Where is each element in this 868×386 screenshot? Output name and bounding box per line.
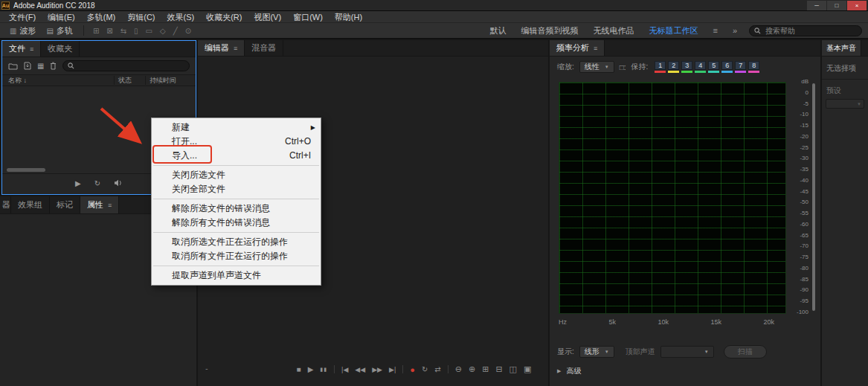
menu-item-open[interactable]: 打开... Ctrl+O bbox=[152, 135, 321, 149]
menubar-item[interactable]: 效果(S) bbox=[161, 11, 201, 23]
trash-icon[interactable] bbox=[50, 62, 57, 70]
scan-button[interactable]: 扫描 bbox=[724, 345, 767, 358]
tab-clipped-panel[interactable]: 器 bbox=[0, 196, 11, 213]
multitrack-view-button[interactable]: ▤ 多轨 bbox=[41, 25, 77, 37]
media-browser-icon[interactable]: ▦ bbox=[37, 62, 44, 70]
move-tool-icon[interactable]: ⊞ bbox=[89, 27, 103, 35]
panel-menu-icon[interactable]: ≡ bbox=[108, 202, 112, 209]
marquee-selection-tool-icon[interactable]: ▭ bbox=[142, 27, 156, 35]
zoom-out-button[interactable]: ⊖ bbox=[455, 364, 462, 374]
column-name[interactable]: 名称 ↓ bbox=[8, 75, 27, 86]
files-search-input[interactable] bbox=[77, 61, 137, 71]
display-style-dropdown[interactable]: 线形 ▼ bbox=[579, 346, 614, 358]
advanced-section-toggle[interactable]: ▶ 高级 bbox=[557, 366, 581, 376]
column-status[interactable]: 状态 bbox=[118, 75, 132, 86]
top-channel-dropdown[interactable]: ▼ bbox=[660, 346, 714, 358]
menubar-item[interactable]: 收藏夹(R) bbox=[200, 11, 248, 23]
menu-item-cancel-all-file-operations[interactable]: 取消所有文件正在运行的操作 bbox=[152, 249, 321, 263]
workspace-radio-production[interactable]: 无线电作品 bbox=[593, 25, 634, 36]
record-button[interactable]: ● bbox=[410, 365, 415, 374]
play-icon[interactable]: ▶ bbox=[75, 179, 81, 187]
panel-menu-icon[interactable]: ≡ bbox=[234, 45, 237, 52]
workspace-menu-icon[interactable]: ≡ bbox=[713, 26, 717, 35]
zoom-in-button[interactable]: ⊕ bbox=[469, 364, 475, 374]
hold-button-5[interactable]: 5 bbox=[708, 61, 719, 73]
panel-menu-icon[interactable]: ≡ bbox=[594, 45, 597, 52]
hold-button-2[interactable]: 2 bbox=[668, 61, 679, 73]
import-file-icon[interactable] bbox=[24, 62, 31, 70]
menu-item-clear-all-file-errors[interactable]: 解除所有文件的错误消息 bbox=[152, 216, 321, 230]
menubar-item[interactable]: 帮助(H) bbox=[329, 11, 368, 23]
menu-item-import[interactable]: 导入... Ctrl+I bbox=[152, 149, 321, 163]
zoom-full-button[interactable]: ▣ bbox=[524, 364, 531, 374]
tab-basic-sound[interactable]: 基本声音 bbox=[822, 40, 861, 56]
menu-item-clear-selected-file-errors[interactable]: 解除所选文件的错误消息 bbox=[152, 202, 321, 216]
menu-item-close-selected-files[interactable]: 关闭所选文件 bbox=[152, 168, 321, 182]
open-file-icon[interactable] bbox=[8, 62, 18, 70]
menubar-item[interactable]: 编辑(E) bbox=[42, 11, 81, 23]
menubar-item[interactable]: 剪辑(C) bbox=[121, 11, 161, 23]
tab-markers[interactable]: 标记 bbox=[50, 196, 80, 213]
workspace-default[interactable]: 默认 bbox=[489, 25, 506, 36]
skip-forward-button[interactable]: ▶| bbox=[389, 366, 396, 373]
tab-effects-rack[interactable]: 效果组 bbox=[11, 196, 50, 213]
slip-tool-icon[interactable]: ⇆ bbox=[117, 27, 130, 35]
hold-button-8[interactable]: 8 bbox=[748, 61, 759, 73]
waveform-view-button[interactable]: ▥ 波形 bbox=[4, 25, 41, 37]
tab-mixer[interactable]: 混音器 bbox=[245, 40, 283, 56]
tab-frequency-analysis[interactable]: 频率分析 ≡ bbox=[550, 40, 605, 56]
zoom-to-selection-button[interactable]: ◫ bbox=[509, 364, 517, 374]
workspace-overflow-icon[interactable]: » bbox=[733, 26, 737, 35]
column-divider[interactable] bbox=[114, 76, 115, 85]
zoom-out-horizontal-button[interactable]: ⊟ bbox=[495, 364, 502, 374]
razor-tool-icon[interactable]: ⊠ bbox=[103, 27, 116, 35]
hold-button-6[interactable]: 6 bbox=[721, 61, 733, 73]
menu-item-new[interactable]: 新建 ▶ bbox=[152, 120, 321, 135]
workspace-edit-audio-to-video[interactable]: 编辑音频到视频 bbox=[521, 25, 578, 36]
copy-settings-icon[interactable]: □: bbox=[620, 63, 626, 71]
db-label: -85 bbox=[800, 277, 808, 283]
skip-selection-button[interactable]: ⇄ bbox=[434, 365, 440, 373]
vertical-scrollbar[interactable] bbox=[812, 83, 815, 311]
column-duration[interactable]: 持续时间 bbox=[150, 75, 176, 86]
pause-button[interactable]: ▮▮ bbox=[320, 367, 327, 373]
hold-button-3[interactable]: 3 bbox=[681, 61, 692, 73]
column-divider[interactable] bbox=[145, 76, 146, 85]
horizontal-scrollbar[interactable] bbox=[7, 168, 45, 172]
loop-playback-icon[interactable]: ↻ bbox=[94, 179, 100, 187]
rewind-button[interactable]: ◀◀ bbox=[355, 366, 365, 373]
paintbrush-selection-tool-icon[interactable]: ╱ bbox=[170, 27, 181, 35]
hold-button-7[interactable]: 7 bbox=[735, 61, 746, 73]
panel-menu-icon[interactable]: ≡ bbox=[30, 45, 33, 53]
close-button[interactable]: × bbox=[847, 1, 867, 10]
menubar-item[interactable]: 视图(V) bbox=[248, 11, 287, 23]
tab-properties[interactable]: 属性 ≡ bbox=[80, 196, 119, 213]
hold-button-1[interactable]: 1 bbox=[655, 61, 666, 73]
menu-item-close-all-files[interactable]: 关闭全部文件 bbox=[152, 182, 321, 196]
preset-dropdown[interactable]: ▼ bbox=[826, 99, 864, 109]
lasso-selection-tool-icon[interactable]: ◇ bbox=[156, 27, 170, 35]
tab-editor[interactable]: 编辑器 ≡ bbox=[198, 40, 245, 56]
speaker-icon[interactable] bbox=[114, 179, 123, 188]
loop-playback-button[interactable]: ↻ bbox=[422, 365, 428, 373]
skip-back-button[interactable]: |◀ bbox=[341, 366, 348, 373]
tab-files[interactable]: 文件 ≡ bbox=[2, 41, 41, 57]
minimize-button[interactable]: ─ bbox=[807, 1, 826, 10]
hold-button-4[interactable]: 4 bbox=[695, 61, 706, 73]
workspace-untitled[interactable]: 无标题工作区 bbox=[649, 25, 698, 36]
menubar-item[interactable]: 多轨(M) bbox=[81, 11, 122, 23]
fast-forward-button[interactable]: ▶▶ bbox=[372, 366, 382, 373]
spot-healing-brush-tool-icon[interactable]: ⊙ bbox=[181, 27, 195, 35]
maximize-button[interactable]: □ bbox=[827, 1, 846, 10]
menubar-item[interactable]: 文件(F) bbox=[3, 11, 42, 23]
stop-button[interactable]: ■ bbox=[297, 365, 301, 373]
tab-favorites[interactable]: 收藏夹 bbox=[41, 41, 80, 57]
menubar-item[interactable]: 窗口(W) bbox=[287, 11, 329, 23]
zoom-in-horizontal-button[interactable]: ⊞ bbox=[482, 364, 489, 374]
help-search-input[interactable] bbox=[764, 26, 846, 36]
menu-item-cancel-selected-file-operations[interactable]: 取消所选文件正在运行的操作 bbox=[152, 235, 321, 249]
menu-item-extract-channels-to-mono[interactable]: 提取声道到单声道文件 bbox=[152, 268, 321, 283]
play-button[interactable]: ▶ bbox=[308, 365, 314, 373]
zoom-scale-dropdown[interactable]: 线性 ▼ bbox=[579, 61, 614, 73]
time-selection-tool-icon[interactable]: ▯ bbox=[130, 27, 142, 35]
